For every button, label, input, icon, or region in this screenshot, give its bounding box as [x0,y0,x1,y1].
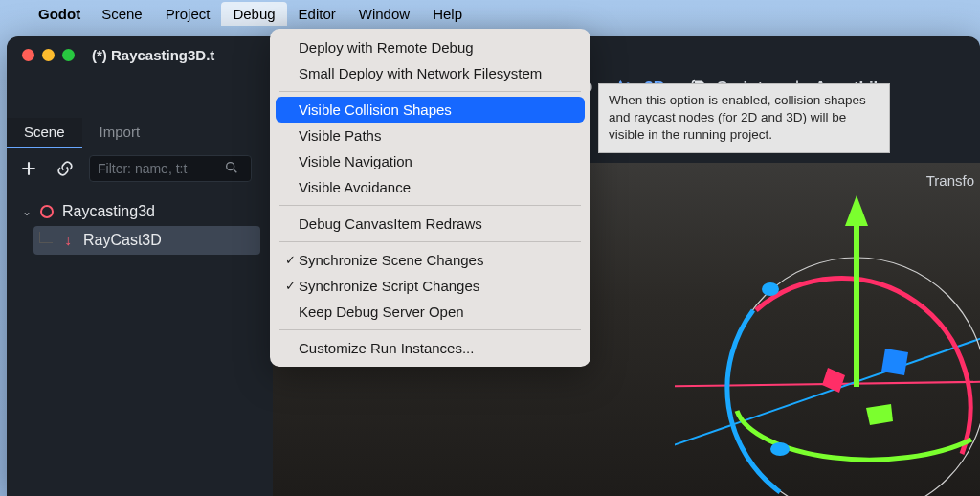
collapse-icon[interactable]: ⌄ [22,205,32,218]
menu-item-label: Visible Collision Shapes [299,101,452,118]
os-menubar: Godot Scene Project Debug Editor Window … [0,0,980,27]
menubar-item-scene[interactable]: Scene [90,2,154,26]
gizmo-z-cone-icon[interactable] [770,442,790,456]
debug-menu-sync-script[interactable]: ✓ Synchronize Script Changes [276,273,585,299]
menu-item-label: Synchronize Script Changes [299,278,479,294]
menubar-item-debug[interactable]: Debug [221,2,286,26]
debug-menu-sync-scene[interactable]: ✓ Synchronize Scene Changes [276,247,585,273]
menu-separator [279,241,581,242]
menu-item-label: Customize Run Instances... [299,340,474,356]
tree-root-label: Raycasting3d [62,203,155,220]
traffic-lights [22,49,75,61]
link-icon [56,159,75,178]
menu-item-label: Deploy with Remote Debug [299,39,474,56]
scene-filter-wrap [89,155,252,182]
gizmo-plane-xz-icon[interactable] [866,404,893,425]
gizmo-ring-z-icon[interactable] [727,310,780,492]
menu-item-label: Small Deploy with Network Filesystem [299,65,542,81]
menu-item-label: Visible Avoidance [299,179,411,195]
menu-item-label: Visible Navigation [299,153,412,169]
menu-item-label: Visible Paths [299,127,381,144]
scene-tree: ⌄ Raycasting3d ↓ RayCast3D [16,197,260,255]
plus-icon [19,159,38,178]
zoom-window-button[interactable] [62,49,75,61]
tree-child-label: RayCast3D [83,232,162,249]
menubar-item-help[interactable]: Help [421,2,474,26]
add-node-button[interactable] [16,156,41,181]
menu-tooltip: When this option is enabled, collision s… [598,83,890,153]
debug-menu-canvasitem-redraws[interactable]: Debug CanvasItem Redraws [276,211,585,237]
debug-menu-small-deploy[interactable]: Small Deploy with Network Filesystem [276,60,585,86]
raycast3d-icon: ↓ [60,233,76,248]
menu-separator [279,205,581,206]
debug-menu-dropdown: Deploy with Remote Debug Small Deploy wi… [270,29,590,367]
debug-menu-customize-run[interactable]: Customize Run Instances... [276,335,585,361]
tree-root-row[interactable]: ⌄ Raycasting3d [16,197,260,226]
tree-child-row[interactable]: ↓ RayCast3D [33,226,260,255]
menu-item-label: Debug CanvasItem Redraws [299,215,482,232]
scene-filter-input[interactable] [90,161,224,176]
tab-import[interactable]: Import [82,118,158,148]
gizmo-plane-xy-icon[interactable] [881,349,908,375]
menubar-app-name[interactable]: Godot [29,2,90,26]
close-window-button[interactable] [22,49,34,61]
window-title: (*) Raycasting3D.t [92,47,214,63]
gizmo-plane-yz-icon[interactable] [822,368,845,393]
menu-separator [279,329,581,330]
search-icon [224,160,247,178]
tooltip-text: When this option is enabled, collision s… [609,93,866,142]
debug-menu-keep-server[interactable]: Keep Debug Server Open [276,299,585,325]
gizmo-z-cone2-icon[interactable] [762,282,779,296]
check-icon: ✓ [281,279,299,293]
gizmo-ring-x-icon[interactable] [756,278,970,454]
scene-toolbar [16,155,252,182]
debug-menu-deploy-remote[interactable]: Deploy with Remote Debug [276,34,585,60]
menubar-item-editor[interactable]: Editor [287,2,347,26]
menubar-item-window[interactable]: Window [347,2,421,26]
debug-menu-visible-navigation[interactable]: Visible Navigation [276,148,585,174]
debug-menu-visible-paths[interactable]: Visible Paths [276,123,585,148]
debug-menu-visible-collision-shapes[interactable]: Visible Collision Shapes [276,97,585,123]
menubar-item-project[interactable]: Project [154,2,222,26]
tree-branch-icon [39,232,53,243]
menu-separator [279,91,581,92]
dock-tabs: Scene Import [7,118,265,148]
debug-menu-visible-avoidance[interactable]: Visible Avoidance [276,174,585,200]
tab-scene[interactable]: Scene [7,118,82,148]
node3d-icon [39,204,55,219]
minimize-window-button[interactable] [42,49,55,61]
instance-scene-button[interactable] [53,156,78,181]
check-icon: ✓ [281,253,299,267]
gizmo-y-arrow-icon[interactable] [845,195,868,226]
menu-item-label: Synchronize Scene Changes [299,252,483,268]
menu-item-label: Keep Debug Server Open [299,304,464,320]
svg-point-4 [227,162,234,169]
transform-gizmo[interactable] [675,163,980,496]
